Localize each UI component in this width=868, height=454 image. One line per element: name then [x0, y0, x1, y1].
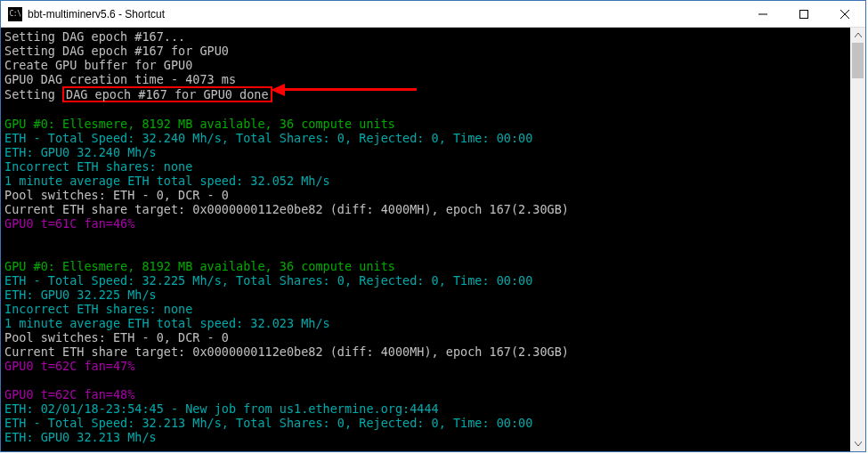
scroll-down-button[interactable]	[850, 436, 865, 451]
log-line: Setting DAG epoch #167 for GPU0	[4, 44, 229, 58]
app-icon: C:\	[8, 7, 22, 21]
chevron-up-icon	[855, 33, 862, 37]
log-line: ETH - Total Speed: 32.240 Mh/s, Total Sh…	[4, 131, 532, 145]
log-text: Setting	[4, 87, 62, 101]
highlight-box: DAG epoch #167 for GPU0 done	[62, 86, 272, 102]
window-title: bbt-multiminerv5.6 - Shortcut	[28, 8, 742, 20]
scroll-thumb[interactable]	[852, 43, 864, 78]
chevron-down-icon	[855, 442, 862, 446]
log-line: ETH: 02/01/18-23:54:45 - New job from us…	[4, 401, 439, 416]
log-line: GPU #0: Ellesmere, 8192 MB available, 36…	[4, 259, 395, 273]
titlebar[interactable]: C:\ bbt-multiminerv5.6 - Shortcut	[1, 1, 865, 28]
log-blank	[4, 373, 12, 387]
maximize-button[interactable]	[783, 1, 824, 27]
close-icon	[840, 10, 849, 19]
log-line: Current ETH share target: 0x0000000112e0…	[4, 345, 569, 359]
log-line: Setting DAG epoch #167...	[4, 29, 185, 44]
minimize-button[interactable]	[742, 1, 783, 27]
log-line: Incorrect ETH shares: none	[4, 302, 192, 316]
log-line: ETH: GPU0 32.225 Mh/s	[4, 288, 157, 302]
log-line: 1 minute average ETH total speed: 32.023…	[4, 316, 330, 330]
log-line: GPU0 t=62C fan=48%	[4, 387, 134, 401]
log-blank	[4, 231, 12, 245]
log-line: Incorrect ETH shares: none	[4, 159, 192, 174]
log-line: GPU #0: Ellesmere, 8192 MB available, 36…	[4, 117, 395, 131]
maximize-icon	[799, 10, 808, 19]
log-line: Current ETH share target: 0x0000000112e0…	[4, 202, 569, 216]
minimize-icon	[758, 10, 767, 19]
scroll-up-button[interactable]	[850, 28, 865, 43]
log-line: ETH - Total Speed: 32.213 Mh/s, Total Sh…	[4, 416, 532, 430]
log-blank	[4, 245, 12, 259]
log-line: 1 minute average ETH total speed: 32.052…	[4, 174, 330, 188]
svg-rect-1	[800, 10, 808, 18]
log-line: ETH: GPU0 32.240 Mh/s	[4, 145, 157, 159]
log-line: Setting DAG epoch #167 for GPU0 done	[4, 87, 272, 101]
client-area: Setting DAG epoch #167... Setting DAG ep…	[1, 28, 865, 451]
log-line: ETH: GPU0 32.213 Mh/s	[4, 430, 157, 444]
app-icon-glyph: C:\	[10, 11, 21, 18]
window-controls	[742, 1, 865, 27]
log-line: Create GPU buffer for GPU0	[4, 58, 192, 72]
console-output[interactable]: Setting DAG epoch #167... Setting DAG ep…	[1, 28, 850, 451]
log-line: Pool switches: ETH - 0, DCR - 0	[4, 188, 229, 202]
vertical-scrollbar[interactable]	[850, 28, 865, 451]
log-line: GPU0 DAG creation time - 4073 ms	[4, 72, 236, 86]
close-button[interactable]	[824, 1, 865, 27]
log-line: Pool switches: ETH - 0, DCR - 0	[4, 330, 229, 345]
console-window: C:\ bbt-multiminerv5.6 - Shortcut Settin…	[0, 0, 866, 452]
log-line: ETH - Total Speed: 32.225 Mh/s, Total Sh…	[4, 273, 532, 288]
log-line: GPU0 t=61C fan=46%	[4, 216, 134, 231]
log-blank	[4, 102, 12, 117]
log-line: GPU0 t=62C fan=47%	[4, 359, 134, 373]
